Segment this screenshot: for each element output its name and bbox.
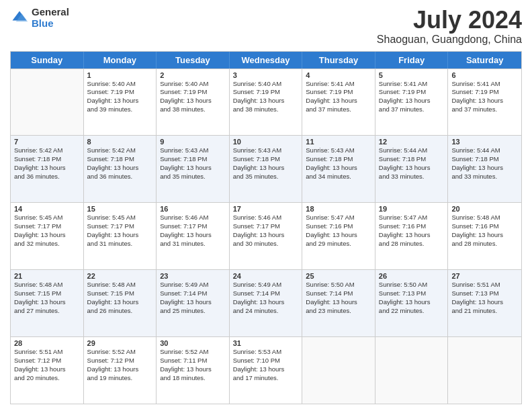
calendar-cell-w1-d2: 9Sunrise: 5:43 AM Sunset: 7:18 PM Daylig… (157, 136, 230, 202)
day-info: Sunrise: 5:52 AM Sunset: 7:11 PM Dayligh… (160, 348, 226, 382)
day-number: 19 (379, 205, 445, 213)
day-info: Sunrise: 5:41 AM Sunset: 7:19 PM Dayligh… (306, 80, 371, 114)
day-info: Sunrise: 5:46 AM Sunset: 7:17 PM Dayligh… (233, 214, 299, 248)
day-info: Sunrise: 5:40 AM Sunset: 7:19 PM Dayligh… (233, 80, 299, 114)
day-number: 30 (160, 339, 226, 347)
day-info: Sunrise: 5:51 AM Sunset: 7:13 PM Dayligh… (451, 281, 518, 315)
calendar-cell-w2-d5: 19Sunrise: 5:47 AM Sunset: 7:16 PM Dayli… (375, 203, 449, 269)
calendar-cell-w3-d2: 23Sunrise: 5:49 AM Sunset: 7:14 PM Dayli… (157, 270, 230, 336)
header-day-sunday: Sunday (11, 52, 84, 68)
calendar-cell-w1-d1: 8Sunrise: 5:42 AM Sunset: 7:18 PM Daylig… (84, 136, 157, 202)
day-info: Sunrise: 5:50 AM Sunset: 7:14 PM Dayligh… (306, 281, 371, 315)
calendar-cell-w1-d5: 12Sunrise: 5:44 AM Sunset: 7:18 PM Dayli… (375, 136, 449, 202)
day-info: Sunrise: 5:43 AM Sunset: 7:18 PM Dayligh… (233, 146, 299, 181)
day-number: 4 (306, 71, 371, 79)
day-number: 12 (379, 138, 445, 146)
calendar-header: SundayMondayTuesdayWednesdayThursdayFrid… (11, 52, 521, 68)
day-info: Sunrise: 5:42 AM Sunset: 7:18 PM Dayligh… (87, 146, 153, 181)
day-number: 7 (14, 138, 80, 146)
calendar-cell-w2-d3: 17Sunrise: 5:46 AM Sunset: 7:17 PM Dayli… (230, 203, 303, 269)
calendar-cell-w1-d3: 10Sunrise: 5:43 AM Sunset: 7:18 PM Dayli… (230, 136, 303, 202)
day-number: 20 (451, 205, 518, 213)
calendar: SundayMondayTuesdayWednesdayThursdayFrid… (10, 51, 522, 404)
calendar-row-4: 28Sunrise: 5:51 AM Sunset: 7:12 PM Dayli… (11, 336, 521, 404)
day-number: 8 (87, 138, 153, 146)
header: General Blue July 2024 Shaoguan, Guangdo… (10, 7, 522, 46)
day-info: Sunrise: 5:48 AM Sunset: 7:16 PM Dayligh… (451, 214, 518, 248)
day-number: 3 (233, 71, 299, 79)
calendar-cell-w4-d6 (448, 337, 521, 404)
calendar-cell-w3-d1: 22Sunrise: 5:48 AM Sunset: 7:15 PM Dayli… (84, 270, 157, 336)
calendar-row-1: 7Sunrise: 5:42 AM Sunset: 7:18 PM Daylig… (11, 135, 521, 202)
calendar-cell-w1-d0: 7Sunrise: 5:42 AM Sunset: 7:18 PM Daylig… (11, 136, 84, 202)
day-info: Sunrise: 5:45 AM Sunset: 7:17 PM Dayligh… (14, 214, 80, 248)
calendar-cell-w2-d0: 14Sunrise: 5:45 AM Sunset: 7:17 PM Dayli… (11, 203, 84, 269)
calendar-cell-w0-d4: 4Sunrise: 5:41 AM Sunset: 7:19 PM Daylig… (302, 69, 375, 136)
day-number: 24 (233, 272, 299, 280)
day-info: Sunrise: 5:40 AM Sunset: 7:19 PM Dayligh… (87, 80, 153, 114)
day-info: Sunrise: 5:47 AM Sunset: 7:16 PM Dayligh… (379, 214, 445, 248)
header-day-monday: Monday (84, 52, 157, 68)
calendar-cell-w2-d4: 18Sunrise: 5:47 AM Sunset: 7:16 PM Dayli… (302, 203, 375, 269)
day-number: 17 (233, 205, 299, 213)
day-info: Sunrise: 5:50 AM Sunset: 7:13 PM Dayligh… (379, 281, 445, 315)
day-number: 18 (306, 205, 371, 213)
header-day-thursday: Thursday (302, 52, 375, 68)
header-day-saturday: Saturday (448, 52, 521, 68)
calendar-cell-w0-d0 (11, 69, 84, 136)
calendar-cell-w3-d3: 24Sunrise: 5:49 AM Sunset: 7:14 PM Dayli… (230, 270, 303, 336)
calendar-row-0: 1Sunrise: 5:40 AM Sunset: 7:19 PM Daylig… (11, 68, 521, 136)
calendar-cell-w4-d2: 30Sunrise: 5:52 AM Sunset: 7:11 PM Dayli… (157, 337, 230, 404)
day-number: 21 (14, 272, 80, 280)
day-number: 31 (233, 339, 299, 347)
day-info: Sunrise: 5:51 AM Sunset: 7:12 PM Dayligh… (14, 348, 80, 382)
logo-text: General Blue (32, 7, 69, 29)
day-number: 26 (379, 272, 445, 280)
calendar-cell-w2-d2: 16Sunrise: 5:46 AM Sunset: 7:17 PM Dayli… (157, 203, 230, 269)
day-info: Sunrise: 5:52 AM Sunset: 7:12 PM Dayligh… (87, 348, 153, 382)
calendar-cell-w0-d6: 6Sunrise: 5:41 AM Sunset: 7:19 PM Daylig… (448, 69, 521, 136)
calendar-cell-w0-d2: 2Sunrise: 5:40 AM Sunset: 7:19 PM Daylig… (157, 69, 230, 136)
calendar-cell-w2-d6: 20Sunrise: 5:48 AM Sunset: 7:16 PM Dayli… (448, 203, 521, 269)
day-number: 1 (87, 71, 153, 79)
calendar-cell-w4-d1: 29Sunrise: 5:52 AM Sunset: 7:12 PM Dayli… (84, 337, 157, 404)
day-info: Sunrise: 5:45 AM Sunset: 7:17 PM Dayligh… (87, 214, 153, 248)
day-number: 10 (233, 138, 299, 146)
day-info: Sunrise: 5:42 AM Sunset: 7:18 PM Dayligh… (14, 146, 80, 181)
calendar-body: 1Sunrise: 5:40 AM Sunset: 7:19 PM Daylig… (11, 68, 521, 404)
logo-icon (10, 9, 29, 28)
logo-blue: Blue (32, 18, 69, 30)
day-info: Sunrise: 5:40 AM Sunset: 7:19 PM Dayligh… (160, 80, 226, 114)
day-info: Sunrise: 5:41 AM Sunset: 7:19 PM Dayligh… (379, 80, 445, 114)
day-info: Sunrise: 5:47 AM Sunset: 7:16 PM Dayligh… (306, 214, 371, 248)
day-number: 14 (14, 205, 80, 213)
calendar-cell-w1-d6: 13Sunrise: 5:44 AM Sunset: 7:18 PM Dayli… (448, 136, 521, 202)
header-day-wednesday: Wednesday (230, 52, 303, 68)
day-number: 23 (160, 272, 226, 280)
day-info: Sunrise: 5:48 AM Sunset: 7:15 PM Dayligh… (14, 281, 80, 315)
day-info: Sunrise: 5:43 AM Sunset: 7:18 PM Dayligh… (306, 146, 371, 181)
day-number: 27 (451, 272, 518, 280)
day-info: Sunrise: 5:53 AM Sunset: 7:10 PM Dayligh… (233, 348, 299, 382)
day-number: 11 (306, 138, 371, 146)
calendar-cell-w0-d1: 1Sunrise: 5:40 AM Sunset: 7:19 PM Daylig… (84, 69, 157, 136)
calendar-cell-w4-d4 (302, 337, 375, 404)
day-number: 13 (451, 138, 518, 146)
title-section: July 2024 Shaoguan, Guangdong, China (377, 7, 522, 46)
calendar-cell-w3-d6: 27Sunrise: 5:51 AM Sunset: 7:13 PM Dayli… (448, 270, 521, 336)
header-day-friday: Friday (375, 52, 449, 68)
day-number: 6 (451, 71, 518, 79)
page: General Blue July 2024 Shaoguan, Guangdo… (0, 0, 532, 411)
calendar-row-3: 21Sunrise: 5:48 AM Sunset: 7:15 PM Dayli… (11, 269, 521, 336)
day-number: 25 (306, 272, 371, 280)
calendar-cell-w3-d4: 25Sunrise: 5:50 AM Sunset: 7:14 PM Dayli… (302, 270, 375, 336)
day-info: Sunrise: 5:48 AM Sunset: 7:15 PM Dayligh… (87, 281, 153, 315)
logo-general: General (32, 7, 69, 18)
day-info: Sunrise: 5:44 AM Sunset: 7:18 PM Dayligh… (379, 146, 445, 181)
day-number: 28 (14, 339, 80, 347)
logo: General Blue (10, 7, 69, 29)
day-info: Sunrise: 5:49 AM Sunset: 7:14 PM Dayligh… (160, 281, 226, 315)
day-number: 9 (160, 138, 226, 146)
day-info: Sunrise: 5:46 AM Sunset: 7:17 PM Dayligh… (160, 214, 226, 248)
location-title: Shaoguan, Guangdong, China (377, 34, 522, 46)
